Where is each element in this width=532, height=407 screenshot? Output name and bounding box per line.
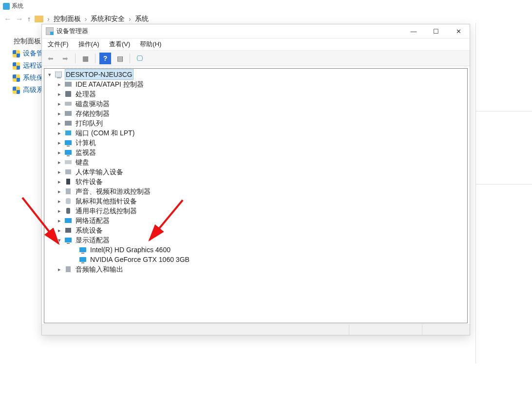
printer-icon [64,119,73,127]
tree-device-node[interactable]: ▸NVIDIA GeForce GTX 1060 3GB [46,255,467,264]
tree-category-node[interactable]: ▾显示适配器 [46,235,467,245]
toolbar-properties-button[interactable]: ▤ [114,53,126,64]
disk-icon [64,100,73,108]
tree-node-label[interactable]: 打印队列 [75,118,104,128]
nav-forward-icon[interactable]: → [16,15,23,23]
tree-twisty-icon[interactable]: ▸ [56,99,63,109]
crumb-sep-icon: › [85,15,87,23]
tree-node-label[interactable]: 处理器 [75,89,97,99]
hid-icon [64,168,73,176]
menu-action[interactable]: 操作(A) [78,40,99,49]
menu-view[interactable]: 查看(V) [109,40,130,49]
folder-icon [35,16,43,22]
dm-toolbar: ⬅ ➡ ▦ ? ▤ 🖵 [42,51,470,66]
tree-category-node[interactable]: ▸监视器 [46,148,467,157]
tree-category-node[interactable]: ▸网络适配器 [46,216,467,225]
breadcrumb[interactable]: 系统 [135,15,149,23]
tree-node-label[interactable]: 计算机 [75,138,97,148]
tree-category-node[interactable]: ▸计算机 [46,138,467,148]
tree-node-label[interactable]: 声音、视频和游戏控制器 [75,186,152,196]
tree-device-node[interactable]: ▸Intel(R) HD Graphics 4600 [46,245,467,255]
tree-node-label[interactable]: 软件设备 [75,177,104,186]
tree-twisty-icon[interactable]: ▸ [56,118,63,128]
status-segment [42,325,349,335]
maximize-button[interactable]: ☐ [425,24,447,38]
mouse-icon [64,197,73,205]
dm-titlebar[interactable]: 设备管理器 — ☐ ✕ [42,24,470,38]
bg-title-text: 系统 [12,2,23,10]
tree-root-node[interactable]: ▾DESKTOP-NJEU3CG [46,70,467,79]
tree-node-label[interactable]: 端口 (COM 和 LPT) [75,128,135,138]
tree-node-label[interactable]: Intel(R) HD Graphics 4600 [89,245,171,255]
tree-twisty-icon[interactable]: ▸ [56,138,63,148]
device-tree[interactable]: ▾DESKTOP-NJEU3CG▸IDE ATA/ATAPI 控制器▸处理器▸磁… [44,68,468,323]
tree-node-label[interactable]: DESKTOP-NJEU3CG [65,69,133,80]
toolbar-help-button[interactable]: ? [99,53,111,64]
tree-twisty-icon[interactable]: ▸ [56,109,63,118]
tree-category-node[interactable]: ▸系统设备 [46,225,467,235]
crumb-sep-icon: › [129,15,131,23]
tree-twisty-icon[interactable]: ▸ [56,167,63,177]
tree-twisty-icon[interactable]: ▸ [56,177,63,186]
right-sep [475,111,532,111]
tree-twisty-icon[interactable]: ▸ [56,148,63,157]
sound-icon [64,187,73,195]
tree-twisty-icon[interactable]: ▸ [56,157,63,167]
tree-twisty-icon[interactable]: ▾ [56,235,63,245]
tree-node-label[interactable]: 鼠标和其他指针设备 [75,196,138,206]
tree-twisty-icon[interactable]: ▸ [56,79,63,89]
device-manager-window: 设备管理器 — ☐ ✕ 文件(F) 操作(A) 查看(V) 帮助(H) ⬅ ➡ … [41,24,470,335]
kbd-icon [64,158,73,166]
tree-category-node[interactable]: ▸软件设备 [46,177,467,186]
status-segment [349,325,422,335]
status-segment [422,325,470,335]
tree-twisty-icon[interactable]: ▸ [56,216,63,225]
sw-icon [64,178,73,185]
sys-icon [64,226,73,234]
nav-back-icon[interactable]: ← [4,15,12,23]
tree-twisty-icon[interactable]: ▸ [56,225,63,235]
tree-category-node[interactable]: ▸人体学输入设备 [46,167,467,177]
menu-help[interactable]: 帮助(H) [140,40,161,49]
toolbar-scan-button[interactable]: 🖵 [134,53,146,64]
tree-category-node[interactable]: ▸键盘 [46,157,467,167]
tree-category-node[interactable]: ▸IDE ATA/ATAPI 控制器 [46,79,467,89]
tree-category-node[interactable]: ▸磁盘驱动器 [46,99,467,109]
nav-up-icon[interactable]: ↑ [27,15,31,23]
tree-node-label[interactable]: 系统设备 [75,225,104,235]
tree-category-node[interactable]: ▸音频输入和输出 [46,264,467,274]
tree-twisty-icon[interactable]: ▸ [56,186,63,196]
tree-category-node[interactable]: ▸打印队列 [46,118,467,128]
breadcrumb[interactable]: 系统和安全 [91,15,125,23]
close-button[interactable]: ✕ [447,24,470,38]
breadcrumb[interactable]: 控制面板 [54,15,81,23]
tree-category-node[interactable]: ▸通用串行总线控制器 [46,206,467,216]
toolbar-show-hide-button[interactable]: ▦ [79,53,91,64]
tree-node-label[interactable]: 通用串行总线控制器 [75,206,138,216]
minimize-button[interactable]: — [402,24,425,38]
tree-twisty-icon[interactable]: ▸ [56,196,63,206]
tree-twisty-icon[interactable]: ▾ [46,70,53,79]
audio-icon [64,265,73,273]
tree-category-node[interactable]: ▸声音、视频和游戏控制器 [46,186,467,196]
tree-node-label[interactable]: 人体学输入设备 [75,167,124,177]
tree-node-label[interactable]: 监视器 [75,148,97,157]
tree-node-label[interactable]: 键盘 [75,157,90,167]
tree-twisty-icon[interactable]: ▸ [56,264,63,274]
tree-twisty-icon[interactable]: ▸ [56,89,63,99]
toolbar-separator [95,54,95,63]
tree-category-node[interactable]: ▸处理器 [46,89,467,99]
tree-node-label[interactable]: 音频输入和输出 [75,264,124,274]
tree-node-label[interactable]: NVIDIA GeForce GTX 1060 3GB [89,255,190,264]
tree-category-node[interactable]: ▸端口 (COM 和 LPT) [46,128,467,138]
tree-twisty-icon[interactable]: ▸ [56,206,63,216]
tree-twisty-icon[interactable]: ▸ [56,128,63,138]
tree-node-label[interactable]: IDE ATA/ATAPI 控制器 [75,79,145,89]
tree-node-label[interactable]: 磁盘驱动器 [75,99,111,109]
tree-category-node[interactable]: ▸鼠标和其他指针设备 [46,196,467,206]
tree-node-label[interactable]: 网络适配器 [75,216,111,225]
tree-category-node[interactable]: ▸存储控制器 [46,109,467,118]
tree-node-label[interactable]: 存储控制器 [75,109,111,118]
tree-node-label[interactable]: 显示适配器 [75,235,111,245]
menu-file[interactable]: 文件(F) [48,40,69,49]
